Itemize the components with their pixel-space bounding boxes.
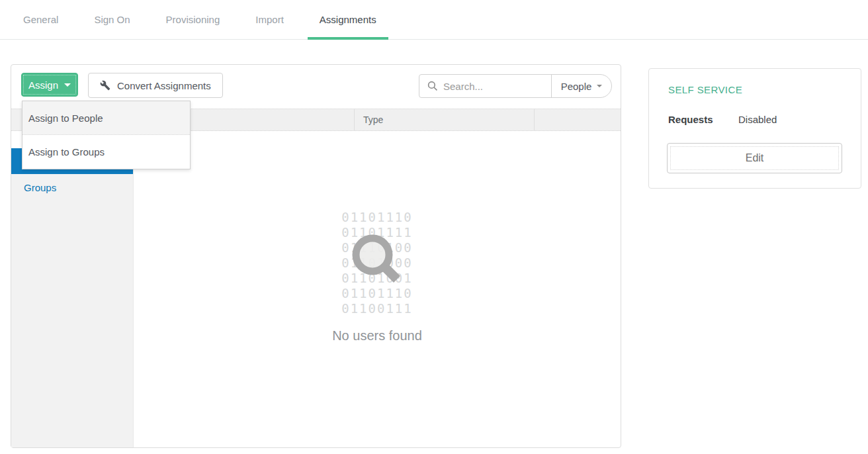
menu-item-assign-to-groups[interactable]: Assign to Groups bbox=[22, 135, 190, 169]
assign-dropdown-menu: Assign to People Assign to Groups bbox=[22, 101, 191, 169]
tab-provisioning[interactable]: Provisioning bbox=[154, 0, 232, 39]
wrench-icon bbox=[100, 80, 110, 91]
column-header-type: Type bbox=[363, 109, 383, 130]
convert-assignments-label: Convert Assignments bbox=[117, 80, 211, 91]
tab-general[interactable]: General bbox=[11, 0, 70, 39]
search-box[interactable] bbox=[419, 75, 552, 97]
requests-value: Disabled bbox=[738, 114, 777, 125]
binary-row: 01101110 bbox=[134, 210, 621, 225]
column-divider bbox=[354, 109, 355, 130]
search-input[interactable] bbox=[443, 81, 542, 92]
self-service-title: SELF SERVICE bbox=[668, 84, 742, 95]
search-control: People bbox=[419, 74, 612, 98]
empty-state-message: No users found bbox=[134, 328, 621, 343]
convert-assignments-button[interactable]: Convert Assignments bbox=[88, 73, 223, 98]
assign-button-label: Assign bbox=[28, 79, 58, 91]
search-scope-dropdown[interactable]: People bbox=[552, 75, 611, 97]
search-scope-value: People bbox=[561, 81, 592, 92]
requests-label: Requests bbox=[668, 114, 713, 125]
tab-assignments[interactable]: Assignments bbox=[308, 0, 388, 39]
app-tab-bar: General Sign On Provisioning Import Assi… bbox=[0, 0, 868, 40]
menu-item-assign-to-people[interactable]: Assign to People bbox=[22, 101, 190, 135]
self-service-panel: SELF SERVICE Requests Disabled Edit bbox=[648, 68, 861, 189]
tab-sign-on[interactable]: Sign On bbox=[82, 0, 142, 39]
chevron-down-icon bbox=[64, 83, 71, 87]
assignments-sidebar: People Groups bbox=[11, 131, 134, 447]
column-divider bbox=[534, 109, 535, 130]
chevron-down-icon bbox=[597, 85, 602, 87]
search-icon bbox=[427, 81, 438, 91]
assign-button[interactable]: Assign bbox=[21, 73, 78, 97]
edit-button[interactable]: Edit bbox=[667, 143, 842, 173]
sidebar-item-groups[interactable]: Groups bbox=[11, 174, 133, 201]
tab-import[interactable]: Import bbox=[243, 0, 296, 39]
magnifier-icon bbox=[342, 227, 428, 316]
